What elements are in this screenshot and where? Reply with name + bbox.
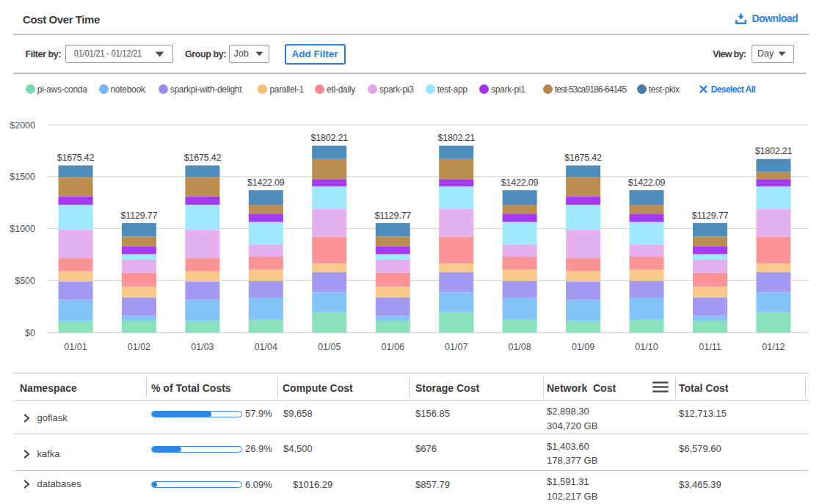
svg-text:$1802.21: $1802.21 (437, 133, 475, 143)
svg-text:$1422.09: $1422.09 (247, 178, 285, 188)
svg-text:$1129.77: $1129.77 (121, 211, 158, 221)
svg-text:$1000: $1000 (10, 224, 35, 234)
svg-text:01/05: 01/05 (318, 342, 341, 352)
svg-text:$1675.42: $1675.42 (57, 153, 95, 163)
svg-text:01/04: 01/04 (255, 342, 277, 352)
svg-text:$1675.42: $1675.42 (184, 153, 222, 163)
svg-text:$1129.77: $1129.77 (692, 211, 729, 221)
svg-text:$1129.77: $1129.77 (374, 211, 411, 221)
svg-text:$1422.09: $1422.09 (628, 178, 666, 188)
svg-text:01/08: 01/08 (508, 342, 531, 352)
svg-text:01/12: 01/12 (762, 342, 785, 352)
svg-text:$1802.21: $1802.21 (755, 146, 793, 156)
svg-text:01/10: 01/10 (635, 342, 658, 352)
svg-text:01/06: 01/06 (382, 342, 404, 352)
svg-text:$500: $500 (15, 276, 35, 286)
svg-text:$1500: $1500 (10, 172, 35, 182)
svg-text:01/09: 01/09 (572, 342, 594, 352)
svg-text:01/02: 01/02 (128, 342, 150, 352)
svg-text:01/03: 01/03 (191, 342, 214, 352)
svg-text:$0: $0 (25, 328, 35, 338)
svg-text:$1802.21: $1802.21 (311, 133, 349, 143)
svg-text:$1422.09: $1422.09 (501, 178, 539, 188)
svg-text:01/11: 01/11 (699, 342, 721, 352)
svg-text:$2000: $2000 (10, 120, 35, 131)
svg-text:01/07: 01/07 (445, 342, 468, 352)
svg-text:01/01: 01/01 (64, 342, 87, 352)
svg-text:$1675.42: $1675.42 (564, 153, 602, 163)
